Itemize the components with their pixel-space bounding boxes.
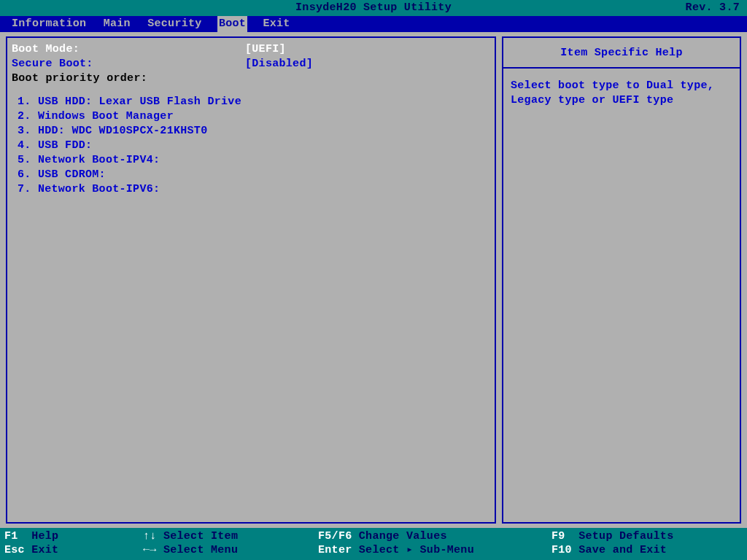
hint-change-values: Change Values [352, 530, 447, 542]
boot-order-item[interactable]: 5. Network Boot-IPV4: [18, 153, 490, 168]
menu-exit[interactable]: Exit [261, 16, 291, 32]
footer-hints: F1 Help ↑↓ Select Item F5/F6 Change Valu… [0, 528, 747, 560]
menu-bar[interactable]: Information Main Security Boot Exit [0, 16, 747, 32]
boot-order-item[interactable]: 3. HDD: WDC WD10SPCX-21KHST0 [18, 124, 490, 139]
boot-mode-value: [UEFI] [245, 42, 286, 57]
menu-main[interactable]: Main [102, 16, 132, 32]
boot-priority-label: Boot priority order: [12, 71, 245, 86]
key-esc: Esc [4, 544, 25, 556]
key-f10: F10 [551, 544, 572, 556]
boot-mode-row[interactable]: Boot Mode: [UEFI] [12, 42, 490, 57]
hint-select-item: Select Item [157, 530, 239, 542]
title-bar: InsydeH20 Setup Utility Rev. 3.7 [0, 0, 747, 16]
boot-order-item[interactable]: 4. USB FDD: [18, 139, 490, 153]
hint-help: Help [18, 530, 59, 542]
settings-panel: Boot Mode: [UEFI] Secure Boot: [Disabled… [6, 36, 496, 524]
hint-save-exit: Save and Exit [572, 544, 667, 556]
secure-boot-label: Secure Boot: [12, 57, 245, 71]
key-f1: F1 [4, 530, 18, 542]
workspace: Boot Mode: [UEFI] Secure Boot: [Disabled… [0, 32, 747, 528]
key-f9: F9 [551, 530, 565, 542]
boot-mode-label: Boot Mode: [12, 42, 245, 57]
hint-submenu: Select ▸ Sub-Menu [352, 544, 474, 556]
key-updown: ↑↓ [143, 530, 157, 542]
menu-information[interactable]: Information [10, 16, 88, 32]
boot-order-item[interactable]: 1. USB HDD: Lexar USB Flash Drive [18, 95, 490, 109]
key-enter: Enter [318, 544, 352, 556]
boot-order-item[interactable]: 2. Windows Boot Manager [18, 109, 490, 124]
secure-boot-row[interactable]: Secure Boot: [Disabled] [12, 57, 490, 71]
menu-security[interactable]: Security [146, 16, 203, 32]
help-panel: Item Specific Help Select boot type to D… [502, 36, 741, 524]
key-f5f6: F5/F6 [318, 530, 352, 542]
secure-boot-value: [Disabled] [245, 57, 313, 71]
help-body-box: Select boot type to Dual type, Legacy ty… [502, 69, 741, 524]
menu-boot[interactable]: Boot [217, 16, 247, 32]
help-title: Item Specific Help [560, 47, 682, 59]
boot-priority-heading: Boot priority order: [12, 71, 490, 86]
key-leftright: ←→ [143, 544, 157, 556]
boot-order-item[interactable]: 7. Network Boot-IPV6: [18, 182, 490, 197]
boot-order-list: 1. USB HDD: Lexar USB Flash Drive 2. Win… [18, 95, 490, 197]
boot-order-item[interactable]: 6. USB CDROM: [18, 168, 490, 182]
hint-setup-defaults: Setup Defaults [565, 530, 674, 542]
revision-label: Rev. 3.7 [686, 0, 740, 16]
help-title-box: Item Specific Help [502, 36, 741, 69]
hint-exit: Exit [25, 544, 59, 556]
bios-screen: InsydeH20 Setup Utility Rev. 3.7 Informa… [0, 0, 747, 560]
hint-select-menu: Select Menu [157, 544, 239, 556]
help-text: Select boot type to Dual type, Legacy ty… [511, 79, 714, 106]
app-title: InsydeH20 Setup Utility [0, 0, 747, 16]
